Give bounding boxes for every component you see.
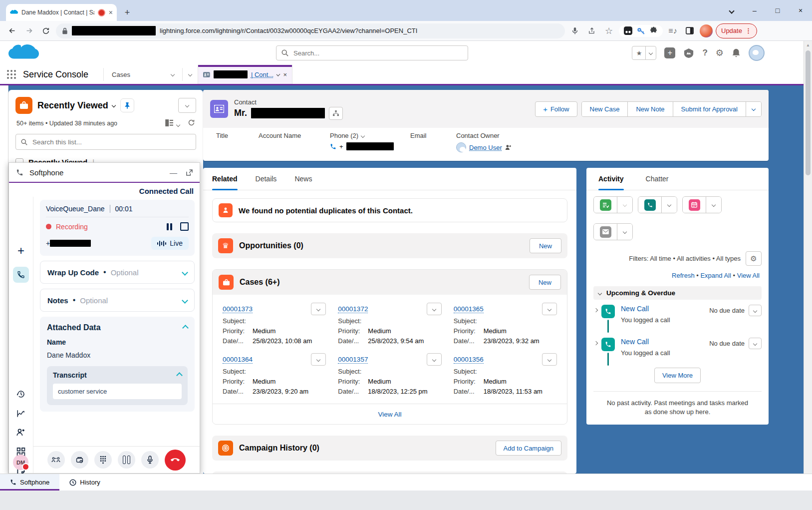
case-number-link[interactable]: 00001372 bbox=[338, 305, 368, 313]
collapse-chevron-icon[interactable] bbox=[182, 325, 189, 331]
device-settings-button[interactable] bbox=[71, 451, 88, 469]
new-tab-button[interactable]: + bbox=[121, 6, 134, 19]
cases-view-all-link[interactable]: View All bbox=[378, 411, 401, 418]
event-caret-icon[interactable] bbox=[706, 197, 721, 213]
user-profile-avatar[interactable] bbox=[749, 45, 765, 61]
case-number-link[interactable]: 00001365 bbox=[454, 305, 484, 313]
view-hierarchy-button[interactable] bbox=[329, 107, 343, 120]
list-view-caret-icon[interactable] bbox=[111, 103, 115, 107]
workspace-tab-contact[interactable]: | Cont... × bbox=[198, 65, 292, 84]
refresh-link[interactable]: Refresh bbox=[672, 272, 695, 279]
cases-section-header[interactable]: Cases (6+) New bbox=[213, 270, 567, 295]
tab-search-icon[interactable] bbox=[720, 6, 743, 14]
reading-list-icon[interactable]: ≡♪ bbox=[666, 24, 680, 38]
tab-close-icon[interactable]: × bbox=[109, 8, 113, 16]
utility-softphone-tab[interactable]: Softphone bbox=[0, 474, 59, 491]
task-caret-icon[interactable] bbox=[617, 197, 632, 213]
popout-icon[interactable] bbox=[186, 169, 193, 176]
activity-filter-gear-icon[interactable]: ⚙ bbox=[746, 251, 762, 266]
case-row-actions-button[interactable] bbox=[542, 303, 557, 315]
list-view-controls-button[interactable] bbox=[178, 98, 196, 113]
tab-news[interactable]: News bbox=[294, 168, 312, 190]
bookmark-star-icon[interactable]: ☆ bbox=[602, 24, 616, 38]
tab-activity[interactable]: Activity bbox=[598, 168, 624, 190]
address-bar[interactable]: lightning.force.com/lightning/r/Contact/… bbox=[56, 23, 565, 38]
more-actions-caret-icon[interactable] bbox=[746, 102, 761, 116]
scrollbar-thumb[interactable] bbox=[806, 50, 811, 175]
hold-call-button[interactable] bbox=[118, 451, 135, 469]
workspace-tab-label[interactable]: | Cont... bbox=[251, 71, 273, 78]
phone-caret-icon[interactable] bbox=[361, 133, 365, 137]
forward-icon[interactable] bbox=[22, 24, 36, 38]
item-actions-button[interactable] bbox=[749, 305, 762, 316]
mute-mic-button[interactable] bbox=[141, 451, 159, 469]
live-transcription-chip[interactable]: Live bbox=[151, 237, 189, 250]
case-row-actions-button[interactable] bbox=[427, 303, 442, 315]
submit-for-approval-button[interactable]: Submit for Approval bbox=[673, 102, 746, 116]
new-note-button[interactable]: New Note bbox=[627, 102, 672, 116]
expand-chevron-icon[interactable] bbox=[182, 269, 188, 276]
campaign-history-section-header[interactable]: Campaign History (0) Add to Campaign bbox=[212, 436, 567, 461]
expand-all-link[interactable]: Expand All bbox=[700, 272, 731, 279]
cases-title[interactable]: Cases (6+) bbox=[240, 278, 280, 287]
case-number-link[interactable]: 00001356 bbox=[454, 356, 484, 364]
tab-details[interactable]: Details bbox=[256, 168, 277, 190]
reload-icon[interactable] bbox=[39, 24, 53, 38]
stats-icon[interactable] bbox=[16, 409, 25, 418]
expand-item-chevron-icon[interactable] bbox=[594, 341, 598, 345]
case-number-link[interactable]: 00001373 bbox=[223, 305, 253, 313]
back-icon[interactable] bbox=[5, 24, 19, 38]
email-split-button[interactable] bbox=[593, 223, 633, 240]
nav-overflow-chevron-icon[interactable] bbox=[183, 65, 198, 84]
transcript-text[interactable]: customer service bbox=[53, 384, 182, 399]
tab-chatter[interactable]: Chatter bbox=[646, 168, 669, 190]
opportunities-section-header[interactable]: ♛ Opportunities (0) New bbox=[212, 233, 567, 258]
extensions-puzzle-icon[interactable] bbox=[649, 26, 658, 35]
new-case-section-button[interactable]: New bbox=[529, 275, 561, 290]
notes-section[interactable]: Notes • Optional bbox=[40, 289, 195, 312]
stop-recording-icon[interactable] bbox=[180, 222, 189, 231]
new-call-link[interactable]: New Call bbox=[621, 305, 649, 313]
expand-item-chevron-icon[interactable] bbox=[594, 308, 598, 312]
case-number-link[interactable]: 00001364 bbox=[223, 356, 253, 364]
side-panel-icon[interactable] bbox=[683, 24, 697, 38]
case-row-actions-button[interactable] bbox=[311, 353, 326, 366]
pin-list-view-button[interactable] bbox=[120, 98, 134, 112]
favorites-star-icon[interactable]: ★ bbox=[632, 46, 645, 59]
case-row-actions-button[interactable] bbox=[427, 353, 442, 366]
minimize-window-icon[interactable]: – bbox=[743, 6, 766, 14]
voice-search-icon[interactable] bbox=[568, 24, 582, 38]
favorites-button[interactable]: ★ bbox=[632, 46, 656, 60]
item-actions-button[interactable] bbox=[749, 338, 762, 349]
agent-avatar[interactable]: DM bbox=[13, 455, 28, 470]
new-task-split-button[interactable] bbox=[593, 196, 633, 213]
app-launcher-waffle-icon[interactable] bbox=[0, 65, 23, 84]
new-call-link[interactable]: New Call bbox=[621, 338, 649, 346]
transfer-call-button[interactable] bbox=[47, 451, 65, 469]
case-row-actions-button[interactable] bbox=[542, 353, 557, 366]
share-icon[interactable] bbox=[585, 24, 599, 38]
pause-recording-icon[interactable] bbox=[167, 223, 172, 230]
workspace-tab-close-icon[interactable]: × bbox=[283, 71, 287, 78]
list-search-box[interactable] bbox=[15, 134, 196, 150]
add-call-icon[interactable]: + bbox=[17, 244, 24, 258]
minimize-softphone-icon[interactable]: — bbox=[170, 168, 177, 177]
nav-tab-caret-icon[interactable] bbox=[171, 72, 175, 76]
opportunities-title[interactable]: Opportunities (0) bbox=[239, 241, 303, 250]
section-collapse-chevron-icon[interactable] bbox=[598, 291, 602, 295]
new-opportunity-button[interactable]: New bbox=[530, 238, 561, 253]
close-window-icon[interactable]: × bbox=[789, 6, 812, 14]
add-to-campaign-button[interactable]: Add to Campaign bbox=[496, 441, 561, 456]
log-call-split-button[interactable] bbox=[638, 196, 677, 213]
extension-bw-icon[interactable] bbox=[624, 26, 632, 35]
display-as-icon[interactable] bbox=[165, 119, 180, 128]
setup-gear-icon[interactable]: ⚙ bbox=[716, 47, 724, 58]
campaign-history-title[interactable]: Campaign History (0) bbox=[239, 444, 319, 453]
notifications-bell-icon[interactable] bbox=[732, 48, 741, 58]
email-caret-icon[interactable] bbox=[617, 224, 632, 240]
global-search[interactable] bbox=[276, 45, 468, 60]
softphone-header[interactable]: Softphone — bbox=[9, 163, 200, 183]
dialpad-button[interactable] bbox=[94, 451, 112, 469]
trailhead-guidance-icon[interactable] bbox=[683, 48, 694, 58]
workspace-tab-caret-icon[interactable] bbox=[276, 72, 280, 76]
